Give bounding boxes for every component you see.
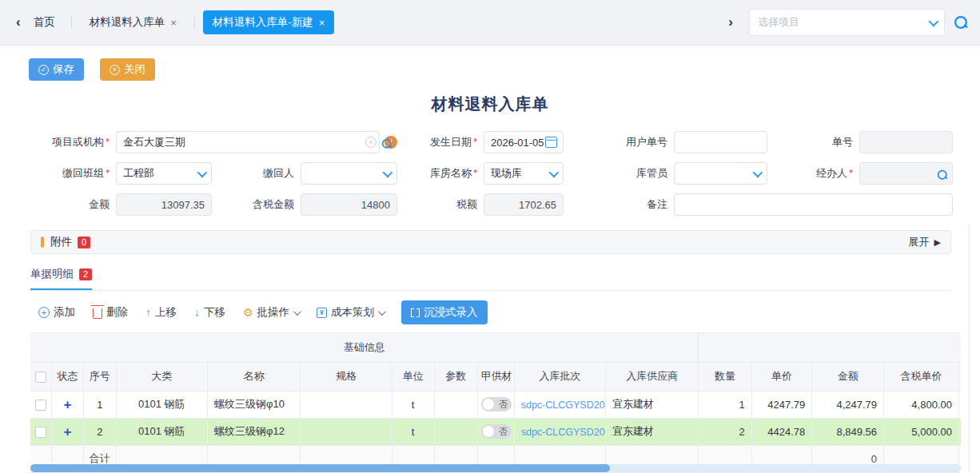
- toggle-knob: [483, 399, 494, 410]
- cell-supplier: 宜东建材: [606, 418, 699, 445]
- table-header-row: 状态 序号 大类 名称 规格 单位 参数 甲供材 入库批次 入库供应商 数量 单…: [30, 362, 961, 391]
- cell-price: 4424.78: [751, 418, 812, 445]
- cell-amount: 8,849.56: [812, 418, 884, 445]
- cell-param: [434, 418, 477, 445]
- plus-circle-icon: +: [38, 307, 50, 318]
- immersive-entry-button[interactable]: 沉浸式录入: [401, 300, 488, 324]
- row-add-icon[interactable]: +: [63, 397, 71, 412]
- batch-link[interactable]: sdpc-CLCGYSD202601: [521, 427, 606, 438]
- batch-link[interactable]: sdpc-CLCGYSD202601: [521, 399, 606, 411]
- cell-param: [434, 391, 477, 418]
- table-row[interactable]: + 1 0101 钢筋 螺纹三级钢φ10 t 否 sdpc-CLCGYSD202…: [30, 391, 961, 418]
- select-all-checkbox[interactable]: [35, 372, 46, 383]
- user-no-label: 用户单号: [564, 135, 674, 149]
- tab-detail-lines[interactable]: 单据明细 2: [30, 267, 92, 290]
- project-selector[interactable]: 选择项目: [749, 9, 945, 36]
- col-param: 参数: [434, 362, 477, 391]
- warehouse-select[interactable]: 现场库: [484, 162, 564, 185]
- col-seq: 序号: [83, 362, 116, 391]
- required-mark: *: [473, 136, 477, 148]
- col-price: 单价: [751, 362, 812, 391]
- handler-field-wrap: [859, 162, 953, 185]
- col-tax-price: 含税单价: [884, 362, 959, 391]
- keeper-select[interactable]: [674, 162, 767, 185]
- form-action-bar: ✓ 保存 × 关闭: [0, 46, 980, 81]
- table-row-selected[interactable]: + 2 0101 钢筋 螺纹三级钢φ12 t 否 sdpc-CLCGYSD202…: [30, 418, 961, 445]
- horizontal-scrollbar-thumb[interactable]: [30, 464, 610, 472]
- row-checkbox[interactable]: [35, 399, 46, 411]
- arrow-up-icon: ↑: [145, 306, 151, 319]
- tab-label: 材料退料入库单: [90, 15, 165, 30]
- batch-ops-dropdown[interactable]: ⚙ 批操作: [243, 305, 299, 320]
- chevron-down-icon: [293, 308, 301, 316]
- attachment-section-header[interactable]: 附件 0 展开 ▶: [30, 230, 951, 254]
- move-up-button[interactable]: ↑ 上移: [145, 305, 177, 320]
- x-circle-icon: ×: [110, 65, 120, 75]
- back-chevron-icon[interactable]: ‹: [11, 14, 26, 30]
- expand-toggle[interactable]: 展开 ▶: [909, 235, 941, 249]
- keeper-label: 库管员: [564, 166, 674, 181]
- tab-close-icon[interactable]: ×: [170, 17, 177, 29]
- returner-label: 缴回人: [212, 166, 301, 181]
- required-mark: *: [106, 136, 110, 148]
- remark-input[interactable]: [674, 193, 953, 216]
- table-group-header-row: 基础信息: [30, 333, 961, 362]
- group-header-basic-info: 基础信息: [30, 333, 699, 362]
- warehouse-select-value: 现场库: [491, 166, 522, 181]
- col-tax-amount: 含税金额: [958, 362, 961, 391]
- doc-no-label: 单号: [767, 135, 859, 149]
- table-toolbar: + 添加 删除 ↑ 上移 ↓ 下移 ⚙ 批操作 ¥ 成本策划 沉浸式录入: [38, 300, 980, 324]
- chevron-down-icon: [197, 167, 208, 177]
- detail-tab-label: 单据明细: [30, 267, 74, 281]
- row-checkbox[interactable]: [35, 427, 46, 438]
- calendar-icon[interactable]: [545, 137, 557, 148]
- cell-spec: [301, 391, 392, 418]
- page-title: 材料退料入库单: [0, 93, 980, 115]
- supplied-toggle[interactable]: 否: [481, 397, 512, 411]
- tab-label: 材料退料入库单-新建: [213, 15, 313, 30]
- trash-icon: [93, 308, 102, 319]
- cost-plan-dropdown[interactable]: ¥ 成本策划: [317, 305, 384, 320]
- returner-select[interactable]: [301, 162, 397, 185]
- remark-label: 备注: [564, 197, 674, 212]
- tab-material-return-new[interactable]: 材料退料入库单-新建 ×: [203, 10, 335, 34]
- team-select[interactable]: 工程部: [116, 162, 212, 185]
- add-row-button[interactable]: + 添加: [38, 305, 75, 320]
- supplied-toggle[interactable]: 否: [481, 424, 512, 439]
- project-label: 项目或机构*: [24, 135, 116, 149]
- project-field-wrap: × i: [116, 131, 397, 153]
- chevron-down-icon: [549, 167, 560, 177]
- col-unit: 单位: [392, 362, 434, 391]
- row-add-icon[interactable]: +: [63, 424, 71, 439]
- save-button[interactable]: ✓ 保存: [29, 58, 84, 81]
- cell-name: 螺纹三级钢φ12: [207, 418, 300, 445]
- delete-row-button[interactable]: 删除: [93, 305, 128, 320]
- cell-price: 4247.79: [751, 391, 812, 418]
- horizontal-scrollbar[interactable]: [30, 464, 961, 472]
- col-category: 大类: [116, 362, 207, 391]
- attachment-label: 附件: [50, 235, 72, 249]
- forward-chevron-icon[interactable]: ›: [723, 14, 738, 30]
- cell-tax-price: 4,800.00: [884, 391, 959, 418]
- col-spec: 规格: [301, 362, 392, 391]
- handler-search-icon[interactable]: [937, 169, 946, 177]
- check-circle-icon: ✓: [38, 65, 49, 75]
- gear-icon: ⚙: [243, 306, 253, 319]
- cell-qty: 1: [699, 391, 751, 418]
- clear-icon[interactable]: ×: [365, 137, 376, 148]
- tab-home[interactable]: 首页: [34, 15, 55, 30]
- col-batch: 入库批次: [514, 362, 605, 391]
- fullscreen-icon: [411, 308, 420, 317]
- date-label: 发生日期*: [397, 135, 484, 149]
- search-icon[interactable]: [954, 15, 968, 30]
- move-down-button[interactable]: ↓ 下移: [194, 305, 225, 320]
- yen-square-icon: ¥: [317, 308, 327, 318]
- project-selector-placeholder: 选择项目: [758, 15, 929, 30]
- project-search-icon[interactable]: [381, 137, 390, 146]
- user-no-input[interactable]: [674, 131, 767, 153]
- close-button[interactable]: × 关闭: [100, 58, 155, 81]
- vertical-scrollbar-track[interactable]: [969, 225, 970, 473]
- tab-close-icon[interactable]: ×: [319, 17, 325, 29]
- project-input[interactable]: [116, 131, 380, 153]
- tab-material-return[interactable]: 材料退料入库单 ×: [80, 10, 186, 34]
